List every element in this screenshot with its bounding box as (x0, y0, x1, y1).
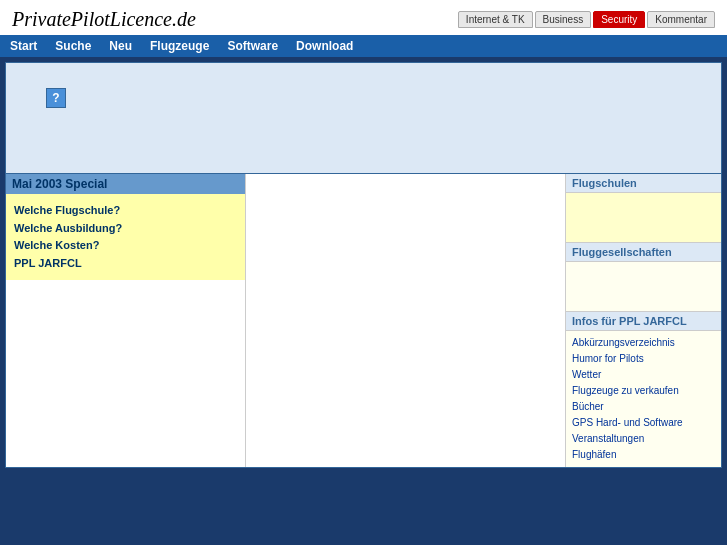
mai-special-header: Mai 2003 Special (6, 174, 245, 194)
right-column: Flugschulen Fluggesellschaften Infos für… (566, 174, 721, 467)
ppl-link[interactable]: Flugzeuge zu verkaufen (572, 383, 715, 399)
lower-content: Mai 2003 Special Welche Flugschule?Welch… (6, 174, 721, 467)
top-tab-kommentar[interactable]: Kommentar (647, 11, 715, 28)
site-title: PrivatePilotLicence.de (12, 8, 196, 31)
top-tab-internet[interactable]: Internet & TK (458, 11, 533, 28)
flugschulen-content (566, 193, 721, 243)
nav-item-start[interactable]: Start (10, 39, 37, 53)
special-line: PPL JARFCL (14, 255, 237, 273)
ppl-links: AbkürzungsverzeichnisHumor for PilotsWet… (566, 331, 721, 467)
special-box: Welche Flugschule?Welche Ausbildung?Welc… (6, 194, 245, 280)
ppl-link[interactable]: GPS Hard- und Software (572, 415, 715, 431)
special-line: Welche Ausbildung? (14, 220, 237, 238)
question-icon[interactable]: ? (46, 88, 66, 108)
ppl-link[interactable]: Bücher (572, 399, 715, 415)
left-column: Mai 2003 Special Welche Flugschule?Welch… (6, 174, 246, 467)
nav-item-download[interactable]: Download (296, 39, 353, 53)
fluggesellschaften-header: Fluggesellschaften (566, 243, 721, 262)
ppl-link[interactable]: Veranstaltungen (572, 431, 715, 447)
nav-item-flugzeuge[interactable]: Flugzeuge (150, 39, 209, 53)
main-wrapper: ? Mai 2003 Special Welche Flugschule?Wel… (0, 57, 727, 473)
flugschulen-header: Flugschulen (566, 174, 721, 193)
top-tab-security[interactable]: Security (593, 11, 645, 28)
mid-column (246, 174, 566, 467)
top-tab-business[interactable]: Business (535, 11, 592, 28)
content-area: ? Mai 2003 Special Welche Flugschule?Wel… (5, 62, 722, 468)
ppl-link[interactable]: Abkürzungsverzeichnis (572, 335, 715, 351)
ppl-link[interactable]: Humor for Pilots (572, 351, 715, 367)
top-tabs: Internet & TKBusinessSecurityKommentar (458, 11, 715, 28)
ppl-link[interactable]: Flughäfen (572, 447, 715, 463)
nav-bar: StartSucheNeuFlugzeugeSoftwareDownload (0, 35, 727, 57)
fluggesellschaften-content (566, 262, 721, 312)
nav-item-neu[interactable]: Neu (109, 39, 132, 53)
header: PrivatePilotLicence.de Internet & TKBusi… (0, 0, 727, 35)
ppl-header: Infos für PPL JARFCL (566, 312, 721, 331)
special-line: Welche Flugschule? (14, 202, 237, 220)
special-line: Welche Kosten? (14, 237, 237, 255)
nav-item-suche[interactable]: Suche (55, 39, 91, 53)
ppl-link[interactable]: Wetter (572, 367, 715, 383)
nav-item-software[interactable]: Software (227, 39, 278, 53)
banner-area: ? (6, 63, 721, 173)
